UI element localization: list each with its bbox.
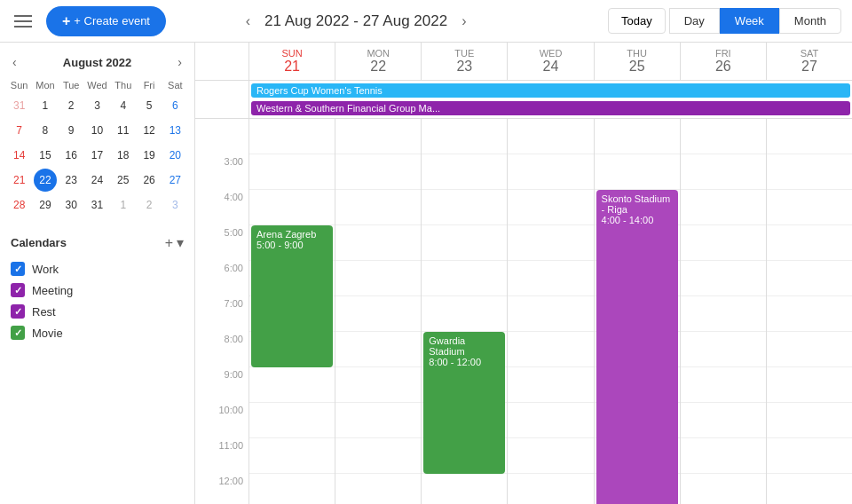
mini-cal-day[interactable]: 16 [59, 144, 83, 167]
day-header-fri: FRI 26 [680, 43, 766, 80]
mini-cal-day[interactable]: 8 [34, 119, 57, 142]
calendar-checkbox-work[interactable]: ✓ [11, 262, 25, 276]
mini-cal-day-today[interactable]: 22 [34, 169, 57, 192]
calendar-label-meeting: Meeting [32, 284, 73, 297]
allday-event-western[interactable]: Western & Southern Financial Group Ma... [251, 101, 850, 115]
calendar-checkbox-meeting[interactable]: ✓ [11, 283, 25, 297]
event-arena-zagreb[interactable]: Arena Zagreb5:00 - 9:00 [251, 225, 333, 367]
mini-cal-day[interactable]: 14 [8, 144, 31, 167]
mini-cal-day[interactable]: 18 [112, 144, 135, 167]
menu-icon[interactable] [11, 12, 36, 31]
calendar-checkbox-rest[interactable]: ✓ [11, 304, 25, 319]
day-headers: SUN 21 MON 22 TUE 23 WED 24 THU 25 FRI 2… [195, 43, 852, 81]
mini-cal-day[interactable]: 19 [138, 144, 161, 167]
mini-cal-day[interactable]: 20 [163, 144, 186, 167]
event-skonto-stadium[interactable]: Skonto Stadium - Riga4:00 - 14:00 [596, 190, 678, 504]
mini-cal-day[interactable]: 2 [138, 193, 161, 217]
time-gutter-header [195, 43, 248, 80]
day-col-fri[interactable] [680, 119, 766, 504]
mini-cal-header: ‹ August 2022 › [7, 53, 187, 71]
week-title: 21 Aug 2022 - 27 Aug 2022 [264, 12, 447, 30]
mini-cal-day[interactable]: 27 [163, 169, 186, 192]
day-header-sat: SAT 27 [766, 43, 852, 80]
day-col-tue[interactable]: Gwardia Stadium8:00 - 12:00 [421, 119, 507, 504]
mini-cal-day[interactable]: 1 [112, 193, 135, 217]
mini-cal-day[interactable]: 15 [34, 144, 57, 167]
mini-cal-day[interactable]: 25 [112, 169, 135, 192]
next-week-button[interactable]: › [454, 10, 473, 33]
mini-cal-day[interactable]: 7 [8, 119, 31, 142]
mini-calendar: ‹ August 2022 › Sun Mon Tue Wed Thu Fri … [7, 53, 187, 217]
calendars-title: Calendars [11, 236, 67, 249]
time-column: 3:00 4:00 5:00 6:00 7:00 8:00 9:00 10:00… [195, 119, 248, 504]
calendar-label-work: Work [32, 263, 59, 276]
days-grid: Arena Zagreb5:00 - 9:00 [248, 119, 852, 504]
mini-cal-prev[interactable]: ‹ [7, 53, 22, 71]
expand-calendars-button[interactable]: ▾ [177, 234, 184, 251]
mini-cal-day[interactable]: 9 [59, 119, 83, 142]
create-event-button[interactable]: + + Create event [46, 6, 166, 36]
mini-cal-day[interactable]: 6 [163, 94, 186, 117]
mini-cal-day[interactable]: 31 [8, 94, 31, 117]
event-gwardia-stadium[interactable]: Gwardia Stadium8:00 - 12:00 [423, 332, 505, 474]
calendar-item-movie[interactable]: ✓ Movie [7, 322, 187, 343]
mini-cal-day[interactable]: 13 [163, 119, 186, 142]
add-calendar-button[interactable]: + [165, 234, 173, 251]
day-header-tue: TUE 23 [421, 43, 507, 80]
mini-cal-day[interactable]: 1 [34, 94, 57, 117]
top-bar: + + Create event ‹ 21 Aug 2022 - 27 Aug … [0, 0, 852, 43]
mini-cal-day[interactable]: 3 [163, 193, 186, 217]
mini-cal-title: August 2022 [63, 56, 131, 69]
time-grid[interactable]: 3:00 4:00 5:00 6:00 7:00 8:00 9:00 10:00… [195, 119, 852, 504]
calendar-item-work[interactable]: ✓ Work [7, 258, 187, 280]
day-col-sun[interactable]: Arena Zagreb5:00 - 9:00 [248, 119, 335, 504]
allday-gutter [195, 81, 248, 118]
mini-cal-day[interactable]: 26 [138, 169, 161, 192]
mini-cal-day[interactable]: 2 [59, 94, 83, 117]
allday-cells: Rogers Cup Women's Tennis Western & Sout… [248, 81, 852, 118]
mini-cal-day[interactable]: 5 [138, 94, 161, 117]
day-header-mon: MON 22 [335, 43, 421, 80]
mini-cal-day[interactable]: 21 [8, 169, 31, 192]
calendar-label-rest: Rest [32, 305, 56, 319]
day-header-wed: WED 24 [507, 43, 593, 80]
month-view-button[interactable]: Month [779, 8, 841, 34]
view-buttons: Today Day Week Month [608, 8, 841, 34]
calendar-main: SUN 21 MON 22 TUE 23 WED 24 THU 25 FRI 2… [195, 43, 852, 504]
mini-cal-day[interactable]: 4 [112, 94, 135, 117]
today-button[interactable]: Today [608, 8, 666, 34]
day-col-thu[interactable]: Skonto Stadium - Riga4:00 - 14:00 [594, 119, 680, 504]
day-view-button[interactable]: Day [669, 8, 720, 34]
prev-week-button[interactable]: ‹ [239, 10, 257, 33]
calendars-section-header: Calendars + ▾ [7, 231, 187, 258]
mini-cal-day[interactable]: 12 [138, 119, 161, 142]
mini-cal-grid: Sun Mon Tue Wed Thu Fri Sat 31 1 2 3 4 5… [7, 78, 187, 217]
calendar-checkbox-movie[interactable]: ✓ [11, 326, 25, 340]
mini-cal-day[interactable]: 3 [85, 94, 108, 117]
mini-cal-day[interactable]: 31 [85, 193, 108, 217]
mini-cal-next[interactable]: › [172, 53, 187, 71]
mini-cal-day[interactable]: 29 [34, 193, 57, 217]
day-col-mon[interactable] [335, 119, 421, 504]
day-header-thu: THU 25 [594, 43, 680, 80]
day-col-wed[interactable] [507, 119, 593, 504]
mini-cal-day[interactable]: 23 [59, 169, 83, 192]
allday-event-rogers[interactable]: Rogers Cup Women's Tennis [251, 83, 850, 98]
day-header-sun: SUN 21 [248, 43, 335, 80]
mini-cal-day[interactable]: 17 [85, 144, 108, 167]
mini-cal-day[interactable]: 28 [8, 193, 31, 217]
nav-area: ‹ 21 Aug 2022 - 27 Aug 2022 › [239, 10, 474, 33]
week-view-button[interactable]: Week [720, 8, 779, 34]
calendar-item-rest[interactable]: ✓ Rest [7, 301, 187, 322]
mini-cal-day[interactable]: 30 [59, 193, 83, 217]
calendar-label-movie: Movie [32, 327, 63, 340]
sidebar: ‹ August 2022 › Sun Mon Tue Wed Thu Fri … [0, 43, 195, 504]
mini-cal-day[interactable]: 24 [85, 169, 108, 192]
mini-cal-day[interactable]: 11 [112, 119, 135, 142]
calendar-item-meeting[interactable]: ✓ Meeting [7, 280, 187, 301]
time-grid-inner: 3:00 4:00 5:00 6:00 7:00 8:00 9:00 10:00… [195, 119, 852, 504]
mini-cal-day[interactable]: 10 [85, 119, 108, 142]
allday-row: Rogers Cup Women's Tennis Western & Sout… [195, 81, 852, 119]
day-col-sat[interactable] [766, 119, 852, 504]
main-layout: ‹ August 2022 › Sun Mon Tue Wed Thu Fri … [0, 43, 852, 504]
